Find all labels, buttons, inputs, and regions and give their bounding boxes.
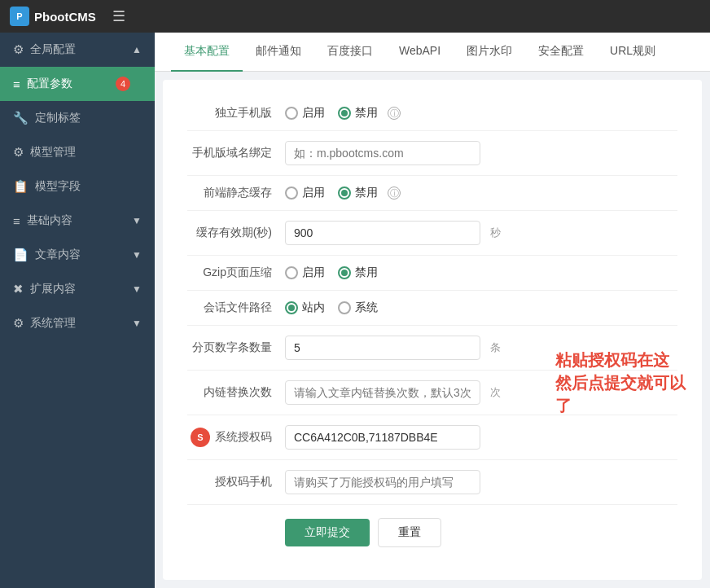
auth-code-label: S 系统授权码 xyxy=(187,428,285,447)
mobile-version-row: 独立手机版 启用 禁用 ⓘ xyxy=(187,96,677,131)
gzip-label: Gzip页面压缩 xyxy=(187,265,285,280)
cache-enable-radio[interactable]: 启用 xyxy=(285,186,325,200)
sidebar-item-label: 模型管理 xyxy=(30,145,142,160)
wrench-icon: 🔧 xyxy=(13,111,28,125)
app-title: PbootCMS xyxy=(34,10,96,24)
sidebar-item-label: 定制标签 xyxy=(35,111,142,125)
layout: ⚙ 全局配置 ▲ ≡ 配置参数 4 🔧 定制标签 ⚙ 模型管理 📋 模型字段 ≡… xyxy=(0,33,710,588)
submit-button[interactable]: 立即提交 xyxy=(285,519,370,546)
radio-label: 禁用 xyxy=(355,186,378,200)
sidebar-item-label: 全局配置 xyxy=(30,42,132,57)
cache-expire-label: 缓存有效期(秒) xyxy=(187,226,285,240)
radio-label: 禁用 xyxy=(355,106,378,121)
static-cache-label: 前端静态缓存 xyxy=(187,186,285,200)
tab-basic[interactable]: 基本配置 xyxy=(171,33,243,72)
pagination-input[interactable] xyxy=(285,336,480,360)
header: P PbootCMS ☰ xyxy=(0,0,710,33)
radio-label: 启用 xyxy=(302,265,325,280)
radio-circle-checked xyxy=(285,301,298,314)
tab-watermark[interactable]: 图片水印 xyxy=(454,33,525,72)
auth-code-control xyxy=(285,425,677,450)
sidebar-item-system-manage[interactable]: ⚙ 系统管理 ▼ xyxy=(0,306,155,340)
cache-expire-input[interactable] xyxy=(285,221,480,245)
sidebar-item-label: 模型字段 xyxy=(35,179,142,194)
gzip-enable-radio[interactable]: 启用 xyxy=(285,265,325,280)
session-site-radio[interactable]: 站内 xyxy=(285,301,325,315)
radio-label: 禁用 xyxy=(355,265,378,280)
auth-mobile-input[interactable] xyxy=(285,470,480,494)
tab-baidu[interactable]: 百度接口 xyxy=(314,33,386,72)
buttons-row: 立即提交 重置 xyxy=(187,505,677,557)
session-system-radio[interactable]: 系统 xyxy=(338,301,378,315)
radio-circle xyxy=(285,266,298,279)
gear-icon: ⚙ xyxy=(13,42,24,57)
logo-icon: P xyxy=(10,7,29,26)
radio-circle-checked xyxy=(338,186,351,200)
extend-icon: ✖ xyxy=(13,282,24,296)
hamburger-button[interactable]: ☰ xyxy=(112,7,125,25)
session-path-label: 会话文件路径 xyxy=(187,301,285,315)
cache-expire-unit: 秒 xyxy=(490,226,501,240)
static-cache-radio-group: 启用 禁用 xyxy=(285,186,378,200)
cache-disable-radio[interactable]: 禁用 xyxy=(338,186,378,200)
inner-links-unit: 次 xyxy=(490,385,501,400)
session-path-row: 会话文件路径 站内 系统 xyxy=(187,291,677,326)
tab-webapi[interactable]: WebAPI xyxy=(386,33,454,72)
session-path-radio-group: 站内 系统 xyxy=(285,301,378,315)
mobile-version-label: 独立手机版 xyxy=(187,106,285,121)
arrow-icon: ▲ xyxy=(132,44,142,55)
auth-code-row: S 系统授权码 xyxy=(187,415,677,460)
gzip-disable-radio[interactable]: 禁用 xyxy=(338,265,378,280)
sidebar-item-global-config[interactable]: ⚙ 全局配置 ▲ xyxy=(0,33,155,67)
reset-button[interactable]: 重置 xyxy=(378,518,441,547)
tab-bar: 基本配置 邮件通知 百度接口 WebAPI 图片水印 安全配置 URL规则 xyxy=(155,33,710,72)
main-content: 基本配置 邮件通知 百度接口 WebAPI 图片水印 安全配置 URL规则 独立… xyxy=(155,33,710,588)
sidebar-item-custom-tags[interactable]: 🔧 定制标签 xyxy=(0,101,155,135)
tab-mail[interactable]: 邮件通知 xyxy=(243,33,314,72)
radio-circle-checked xyxy=(338,107,351,120)
buttons-control: 立即提交 重置 xyxy=(285,518,677,547)
info-icon[interactable]: ⓘ xyxy=(388,186,401,200)
auth-mobile-label: 授权码手机 xyxy=(187,475,285,489)
mobile-version-radio-group: 启用 禁用 xyxy=(285,106,378,121)
radio-label: 启用 xyxy=(302,186,325,200)
tab-security[interactable]: 安全配置 xyxy=(525,33,597,72)
static-cache-row: 前端静态缓存 启用 禁用 ⓘ xyxy=(187,176,677,211)
mobile-version-control: 启用 禁用 ⓘ xyxy=(285,106,677,121)
sidebar-item-basic-content[interactable]: ≡ 基础内容 ▼ xyxy=(0,204,155,238)
radio-circle-checked xyxy=(338,266,351,279)
inner-links-label: 内链替换次数 xyxy=(187,385,285,400)
arrow-icon: ▼ xyxy=(132,215,142,226)
sidebar-item-label: 扩展内容 xyxy=(30,282,132,296)
sidebar-item-model-manage[interactable]: ⚙ 模型管理 xyxy=(0,135,155,169)
arrow-icon: ▼ xyxy=(132,318,142,329)
tab-url[interactable]: URL规则 xyxy=(597,33,668,72)
document-icon: 📄 xyxy=(13,248,28,262)
radio-circle xyxy=(285,186,298,200)
gzip-radio-group: 启用 禁用 xyxy=(285,265,378,280)
mobile-disable-radio[interactable]: 禁用 xyxy=(338,106,378,121)
sidebar-item-config-params[interactable]: ≡ 配置参数 4 xyxy=(0,67,155,101)
radio-circle xyxy=(338,301,351,314)
annotation-text: 粘贴授权码在这 然后点提交就可以 了 xyxy=(555,349,686,417)
logo: P PbootCMS xyxy=(10,7,96,26)
form-content: 独立手机版 启用 禁用 ⓘ xyxy=(163,80,702,580)
mobile-domain-label: 手机版域名绑定 xyxy=(187,146,285,160)
radio-label: 系统 xyxy=(355,301,378,315)
mobile-domain-input[interactable] xyxy=(285,141,480,165)
auth-code-input[interactable] xyxy=(285,425,480,450)
mobile-domain-control xyxy=(285,141,677,165)
sidebar-item-label: 系统管理 xyxy=(30,316,132,331)
static-cache-control: 启用 禁用 ⓘ xyxy=(285,186,677,200)
info-icon[interactable]: ⓘ xyxy=(388,107,401,120)
sidebar-item-label: 文章内容 xyxy=(35,248,132,262)
sidebar-item-extend-content[interactable]: ✖ 扩展内容 ▼ xyxy=(0,272,155,306)
inner-links-input[interactable] xyxy=(285,380,480,405)
sidebar-item-article-content[interactable]: 📄 文章内容 ▼ xyxy=(0,238,155,272)
radio-circle xyxy=(285,107,298,120)
list-icon: ≡ xyxy=(13,214,20,228)
cache-expire-row: 缓存有效期(秒) 秒 xyxy=(187,211,677,256)
sidebar-item-model-fields[interactable]: 📋 模型字段 xyxy=(0,169,155,204)
mobile-enable-radio[interactable]: 启用 xyxy=(285,106,325,121)
sidebar: ⚙ 全局配置 ▲ ≡ 配置参数 4 🔧 定制标签 ⚙ 模型管理 📋 模型字段 ≡… xyxy=(0,33,155,588)
